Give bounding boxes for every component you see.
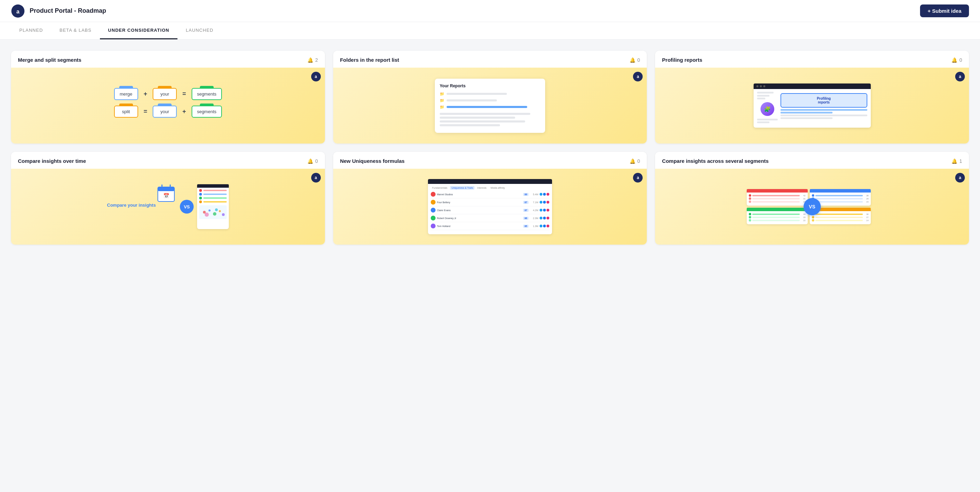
svg-point-9 (213, 212, 216, 216)
seg-dot-3 (749, 200, 751, 203)
seg-row-3c: 22 (749, 219, 806, 222)
seg-bar-11 (815, 217, 863, 218)
social-dots-2 (539, 201, 549, 204)
seg-bar-10 (815, 214, 863, 215)
svg-point-12 (205, 212, 209, 217)
vs-badge-segments: VS (803, 198, 821, 215)
brand-icon-5: a (633, 173, 643, 182)
twitter-dot (539, 193, 542, 196)
sidebar-bar-4 (757, 119, 778, 120)
card-folders-header: Folders in the report list 🔔 0 (333, 51, 647, 68)
seg-dot-9 (749, 219, 751, 222)
profiling-sidebar: 🧩 (757, 92, 778, 124)
profiling-inner: 🧩 Profilingreports (754, 83, 871, 128)
sidebar-bar-2 (757, 95, 770, 97)
compare-row-2 (199, 193, 227, 196)
unique-row-3: Claire Evans 87 4.2M (431, 208, 549, 214)
sidebar-bar-1 (757, 92, 773, 94)
card-compare-time-title: Compare insights over time (18, 158, 307, 164)
social-dots-3 (539, 209, 549, 211)
merge-phone-2: your (153, 88, 177, 100)
seg-row-2c: 15 (812, 200, 869, 203)
seg-bar-2 (752, 198, 800, 200)
tab-planned[interactable]: PLANNED (11, 22, 51, 39)
unique-row-4: Robert Downey Jr 86 2.3M (431, 216, 549, 222)
compare-bar-4 (203, 201, 227, 203)
split-phone-2: your (153, 105, 177, 118)
card-folders-votes: 🔔 0 (630, 57, 640, 63)
tab-uniqueness: Uniqueness & Traits (450, 186, 474, 190)
seg-row-4a: 36 (812, 213, 869, 215)
folder-bar-2 (447, 99, 497, 101)
submit-idea-button[interactable]: + Submit idea (920, 5, 969, 17)
card-compare-segments-votes: 🔔 1 (951, 158, 962, 164)
seg-dot-8 (749, 216, 751, 219)
calendar-icon-area: 📅 (156, 184, 177, 202)
vote-icon-2: 🔔 (630, 57, 635, 63)
main-bar-2 (781, 112, 832, 113)
tab-under-consideration[interactable]: UNDER CONSIDERATION (100, 22, 178, 39)
content-bar-1 (440, 113, 530, 115)
compare-dot-1 (199, 189, 202, 192)
seg-bar-9 (752, 220, 800, 221)
social-dots-5 (539, 225, 549, 227)
vs-badge-time: VS (180, 200, 194, 214)
unique-avatar-5 (431, 224, 436, 228)
unique-row-5: Tom Holland 85 1.3M (431, 224, 549, 230)
card-folders-title: Folders in the report list (340, 57, 630, 63)
folder-bar-3 (447, 106, 527, 108)
sidebar-bar-5 (757, 121, 770, 123)
card-merge-split[interactable]: Merge and split segments 🔔 2 a merge + y… (11, 51, 325, 144)
unique-row-2: Four Bettery 87 7.1M (431, 200, 549, 206)
tab-media: Media affinity (489, 186, 506, 190)
tab-launched[interactable]: LAUNCHED (177, 22, 221, 39)
header: a Product Portal - Roadmap + Submit idea (0, 0, 980, 22)
card-compare-time[interactable]: Compare insights over time 🔔 0 a Compare… (11, 152, 325, 244)
folder-row-3: 📁 (440, 105, 540, 109)
svg-point-13 (215, 208, 218, 211)
seg-top-green (747, 208, 808, 211)
merge-phone-1: merge (114, 88, 138, 100)
unique-tabs: Fundamentals Uniqueness & Traits Interes… (431, 186, 549, 190)
card-compare-time-votes: 🔔 0 (307, 158, 318, 164)
card-compare-time-image: a Compare your insights 📅 VS (11, 169, 325, 244)
seg-row-4c: 14 (812, 219, 869, 222)
seg-bar-12 (815, 220, 863, 221)
unique-top-bar (428, 179, 552, 184)
facebook-dot (543, 193, 546, 196)
compare-title-text: Compare your insights (107, 203, 156, 208)
seg-dot-4 (812, 194, 814, 196)
vote-icon-5: 🔔 (630, 158, 635, 164)
card-profiling[interactable]: Profiling reports 🔔 0 a (655, 51, 969, 144)
tab-beta[interactable]: BETA & LABS (51, 22, 100, 39)
card-uniqueness[interactable]: New Uniqueness formulas 🔔 0 a Fundamenta… (333, 152, 647, 244)
seg-row-1b: 31 (749, 197, 806, 200)
tab-interests: Interests (476, 186, 488, 190)
nav-tabs: PLANNED BETA & LABS UNDER CONSIDERATION … (0, 22, 980, 40)
brand-icon-6: a (955, 173, 965, 182)
compare-top-bar (197, 184, 229, 188)
seg-row-4b: 27 (812, 216, 869, 219)
seg-bar-5 (815, 198, 863, 200)
profiling-dot-1 (756, 85, 759, 87)
svg-point-8 (208, 209, 210, 211)
calendar-icon: 📅 (157, 184, 175, 202)
seg-top-red (747, 189, 808, 193)
brand-icon-4: a (311, 173, 321, 182)
card-folders[interactable]: Folders in the report list 🔔 0 a Your Re… (333, 51, 647, 144)
header-title: Product Portal - Roadmap (30, 7, 106, 14)
scatter-chart (199, 207, 227, 217)
svg-text:a: a (16, 8, 20, 14)
svg-text:📅: 📅 (163, 193, 170, 199)
brand-icon-3: a (955, 72, 965, 81)
split-phone-1: split (114, 105, 138, 118)
seg-row-3b: 33 (749, 216, 806, 219)
card-compare-segments[interactable]: Compare insights across several segments… (655, 152, 969, 244)
seg-bar-8 (752, 217, 800, 218)
card-uniqueness-votes: 🔔 0 (630, 158, 640, 164)
card-merge-split-title: Merge and split segments (18, 57, 307, 63)
main-content: Merge and split segments 🔔 2 a merge + y… (0, 40, 980, 256)
seg-top-blue (810, 189, 871, 193)
compare-bar-3 (203, 197, 227, 199)
folder-icon-1: 📁 (440, 92, 444, 96)
